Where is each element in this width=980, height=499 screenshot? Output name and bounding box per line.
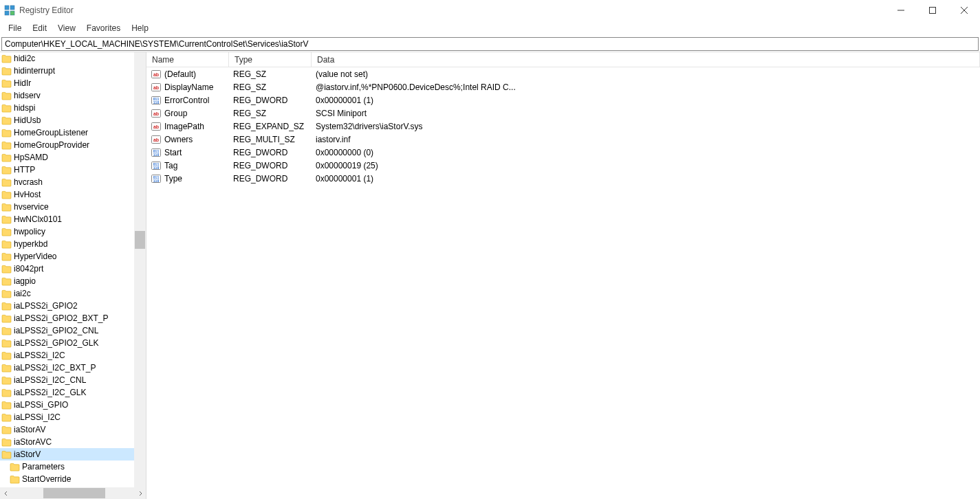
maximize-icon — [929, 7, 936, 14]
folder-icon — [1, 141, 12, 150]
value-name: Tag — [164, 161, 233, 170]
tree-horizontal-scroll-thumb[interactable] — [43, 488, 105, 498]
tree-item[interactable]: iaLPSS2i_I2C_CNL — [0, 374, 134, 386]
tree-item[interactable]: HidUsb — [0, 114, 134, 126]
folder-icon — [10, 475, 20, 484]
tree-item[interactable]: iaStorV — [0, 448, 134, 461]
tree-item[interactable]: hyperkbd — [0, 238, 134, 250]
tree-item-label: hidi2c — [14, 54, 35, 63]
value-type: REG_DWORD — [233, 96, 316, 105]
tree-vertical-scroll-thumb[interactable] — [135, 231, 145, 249]
tree-item-label: Parameters — [22, 462, 65, 472]
tree-item[interactable]: HTTP — [0, 164, 134, 176]
tree-item-label: iaLPSSi_GPIO — [14, 400, 68, 410]
registry-editor-window: Registry Editor File Edit View Favorites… — [0, 0, 980, 499]
value-row[interactable]: ImagePathREG_EXPAND_SZSystem32\drivers\i… — [146, 120, 980, 133]
column-header-type[interactable]: Type — [229, 52, 312, 67]
folder-icon — [1, 166, 12, 175]
main-split: hidi2chidinterruptHidIrhidservhidspiHidU… — [0, 52, 980, 499]
tree-item[interactable]: iaLPSS2i_GPIO2_GLK — [0, 337, 134, 349]
folder-icon — [1, 265, 12, 274]
folder-icon — [1, 215, 12, 224]
tree-item-label: iaStorV — [14, 450, 41, 459]
value-name: ImagePath — [164, 122, 233, 131]
folder-icon — [1, 178, 12, 187]
tree-items[interactable]: hidi2chidinterruptHidIrhidservhidspiHidU… — [0, 52, 134, 487]
tree-item[interactable]: hidi2c — [0, 52, 134, 65]
close-button[interactable] — [948, 0, 980, 21]
value-row[interactable]: GroupREG_SZSCSI Miniport — [146, 107, 980, 120]
folder-icon — [1, 339, 12, 348]
reg-binary-icon — [151, 95, 162, 106]
tree-item[interactable]: i8042prt — [0, 263, 134, 275]
column-header-name[interactable]: Name — [146, 52, 229, 67]
tree-item[interactable]: iaLPSS2i_I2C_GLK — [0, 386, 134, 399]
maximize-button[interactable] — [917, 0, 948, 21]
tree-item-label: iaLPSSi_I2C — [14, 412, 61, 422]
tree-item[interactable]: hidspi — [0, 102, 134, 114]
menu-help[interactable]: Help — [126, 22, 154, 34]
value-row[interactable]: StartREG_DWORD0x00000000 (0) — [146, 146, 980, 159]
menu-edit[interactable]: Edit — [27, 22, 52, 34]
tree-item[interactable]: iaLPSSi_I2C — [0, 411, 134, 423]
value-row[interactable]: DisplayNameREG_SZ@iastorv.inf,%*PNP0600.… — [146, 80, 980, 93]
tree-item[interactable]: HomeGroupProvider — [0, 139, 134, 151]
folder-icon — [1, 252, 12, 261]
value-row[interactable]: TagREG_DWORD0x00000019 (25) — [146, 159, 980, 172]
tree-item[interactable]: iaLPSS2i_I2C — [0, 349, 134, 362]
tree-item-label: iaLPSS2i_GPIO2_CNL — [14, 326, 98, 335]
tree-item[interactable]: StartOverride — [0, 473, 134, 485]
value-data: @iastorv.inf,%*PNP0600.DeviceDesc%;Intel… — [316, 82, 980, 92]
menu-favorites[interactable]: Favorites — [81, 22, 126, 34]
tree-item-label: iaLPSS2i_I2C — [14, 351, 65, 360]
folder-icon — [1, 302, 12, 311]
address-bar[interactable]: Computer\HKEY_LOCAL_MACHINE\SYSTEM\Curre… — [1, 37, 979, 51]
tree-item-label: HomeGroupProvider — [14, 140, 89, 150]
tree-item[interactable]: iai2c — [0, 287, 134, 300]
tree-vertical-scrollbar[interactable] — [134, 52, 146, 487]
tree-item[interactable]: iaLPSS2i_GPIO2 — [0, 300, 134, 312]
title-bar: Registry Editor — [0, 0, 980, 21]
tree-item[interactable]: iagpio — [0, 275, 134, 287]
menu-view[interactable]: View — [52, 22, 81, 34]
reg-string-icon — [151, 134, 162, 145]
tree-item[interactable]: iaLPSS2i_I2C_BXT_P — [0, 362, 134, 374]
tree-item[interactable]: hwpolicy — [0, 225, 134, 238]
minimize-button[interactable] — [885, 0, 917, 21]
values-list[interactable]: (Default)REG_SZ(value not set)DisplayNam… — [146, 67, 980, 499]
tree-item[interactable]: hidserv — [0, 89, 134, 102]
tree-item[interactable]: iaLPSSi_GPIO — [0, 399, 134, 411]
folder-icon — [1, 228, 12, 236]
tree-item-label: StartOverride — [22, 474, 71, 484]
tree-horizontal-scrollbar[interactable] — [0, 487, 146, 499]
tree-item[interactable]: HidIr — [0, 77, 134, 89]
tree-item[interactable]: iaLPSS2i_GPIO2_BXT_P — [0, 312, 134, 324]
scroll-right-arrow-icon[interactable] — [134, 487, 146, 499]
value-data: 0x00000001 (1) — [316, 174, 980, 184]
tree-item[interactable]: HvHost — [0, 188, 134, 201]
tree-item[interactable]: HomeGroupListener — [0, 126, 134, 139]
tree-item[interactable]: HpSAMD — [0, 151, 134, 164]
tree-item[interactable]: HwNClx0101 — [0, 213, 134, 225]
folder-icon — [1, 277, 12, 286]
tree-item[interactable]: iaStorAV — [0, 423, 134, 436]
column-header-data[interactable]: Data — [312, 52, 980, 67]
tree-item[interactable]: HyperVideo — [0, 250, 134, 263]
column-headers: Name Type Data — [146, 52, 980, 67]
tree-item[interactable]: iaStorAVC — [0, 436, 134, 448]
tree-item-label: iaLPSS2i_I2C_BXT_P — [14, 363, 96, 373]
tree-item[interactable]: iaLPSS2i_GPIO2_CNL — [0, 324, 134, 337]
value-type: REG_SZ — [233, 109, 316, 118]
tree-item[interactable]: hvcrash — [0, 176, 134, 188]
scroll-left-arrow-icon[interactable] — [0, 487, 12, 499]
value-row[interactable]: ErrorControlREG_DWORD0x00000001 (1) — [146, 93, 980, 107]
value-row[interactable]: TypeREG_DWORD0x00000001 (1) — [146, 172, 980, 185]
menu-file[interactable]: File — [3, 22, 27, 34]
tree-hscroll-track[interactable] — [12, 487, 134, 499]
tree-item[interactable]: hidinterrupt — [0, 65, 134, 77]
folder-icon — [1, 54, 12, 63]
value-row[interactable]: OwnersREG_MULTI_SZiastorv.inf — [146, 133, 980, 146]
tree-item[interactable]: hvservice — [0, 201, 134, 213]
tree-item[interactable]: Parameters — [0, 461, 134, 473]
value-row[interactable]: (Default)REG_SZ(value not set) — [146, 67, 980, 80]
